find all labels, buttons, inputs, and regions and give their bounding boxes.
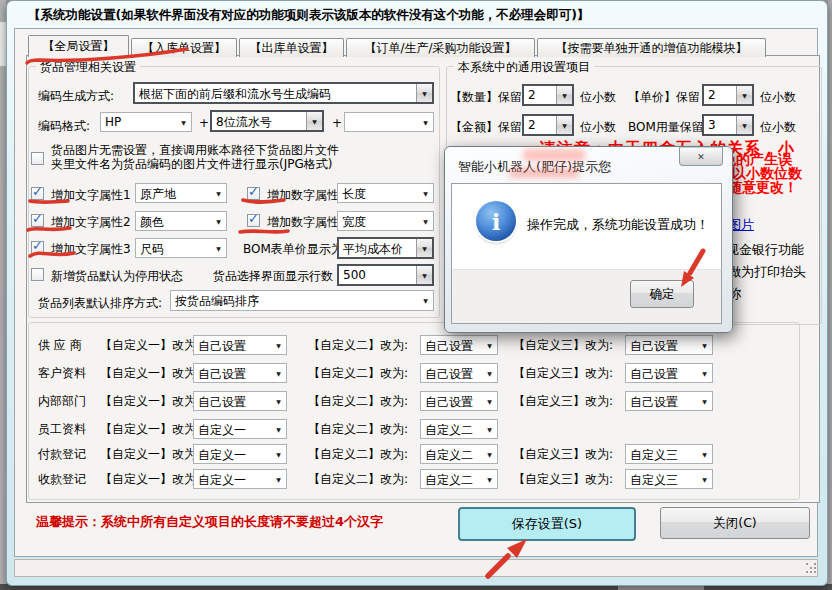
close-button[interactable]: 关闭(C)	[660, 507, 810, 539]
code-suffix-combobox[interactable]: ▼	[344, 112, 434, 132]
num-attr1-checkbox[interactable]: ✓	[247, 187, 260, 200]
custom3-combobox[interactable]: 自己设置▼	[625, 363, 713, 383]
sort-mode-value: 按货品编码排序	[171, 291, 418, 310]
dialog-close-icon[interactable]: ✕	[679, 147, 723, 166]
amount-decimals-combobox[interactable]: 2 ▼	[522, 114, 574, 136]
text-attr3-combobox[interactable]: 尺码 ▼	[135, 238, 227, 258]
text-attr2-checkbox[interactable]: ✓	[31, 214, 44, 227]
custom3-label: 【自定义三】改为:	[513, 393, 625, 410]
num-attr2-value: 宽度	[338, 212, 418, 230]
num-attr2-combobox[interactable]: 宽度 ▼	[337, 211, 434, 231]
chevron-down-icon: ▼	[271, 470, 286, 488]
chevron-down-icon: ▼	[271, 445, 286, 463]
background-window-fragment	[828, 0, 832, 590]
custom3-label: 【自定义三】改为:	[513, 337, 625, 354]
display-rows-label: 货品选择界面显示行数	[213, 268, 333, 285]
code-gen-combobox[interactable]: 根据下面的前后缀和流水号生成编码 ▼	[133, 82, 434, 104]
text-attr1-checkbox[interactable]: ✓	[31, 187, 44, 200]
code-serial-combobox[interactable]: 8位流水号 ▼	[210, 110, 324, 132]
num-attr1-value: 长度	[338, 184, 418, 202]
custom2-combobox[interactable]: 自己设置▼	[420, 335, 498, 355]
chevron-down-icon: ▼	[697, 336, 712, 354]
tab-value-added-modules[interactable]: 【按需要单独开通的增值功能模块】	[537, 38, 766, 57]
custom3-combobox[interactable]: 自己设置▼	[625, 335, 713, 355]
bom-usage-decimals-value: 3	[704, 116, 736, 134]
text-attr1-combobox[interactable]: 原产地 ▼	[135, 183, 227, 203]
custom1-combobox[interactable]: 自定义一▼	[193, 419, 287, 439]
custom1-combobox[interactable]: 自己设置▼	[193, 363, 287, 383]
custom3-value: 自己设置	[626, 364, 697, 382]
ok-button[interactable]: 确定	[630, 280, 694, 308]
num-attr1-label: 增加数字属性1	[267, 187, 347, 204]
custom2-combobox[interactable]: 自定义二▼	[420, 444, 498, 464]
custom3-combobox[interactable]: 自定义三▼	[625, 469, 713, 489]
num-attr1-combobox[interactable]: 长度 ▼	[337, 183, 434, 203]
custom2-label: 【自定义二】改为:	[308, 365, 420, 382]
chevron-down-icon: ▼	[482, 364, 497, 382]
window-title: 【系统功能设置(如果软件界面没有对应的功能项则表示该版本的软件没有这个功能，不必…	[28, 7, 589, 24]
status-bar	[14, 559, 818, 577]
entity-name: 供 应 商	[38, 337, 100, 354]
chevron-down-icon: ▼	[176, 113, 191, 131]
resize-grip-icon[interactable]	[806, 563, 818, 575]
chevron-down-icon: ▼	[211, 212, 226, 230]
custom2-value: 自定义二	[421, 445, 482, 463]
custom-field-row-payment: 付款登记 【自定义一】改为: 自定义一▼ 【自定义二】改为: 自定义二▼ 【自定…	[38, 444, 713, 464]
sort-mode-combobox[interactable]: 按货品编码排序 ▼	[170, 290, 434, 311]
use-path-images-checkbox[interactable]	[31, 152, 44, 165]
check-icon: ✓	[32, 184, 43, 199]
chevron-down-icon: ▼	[482, 336, 497, 354]
chevron-down-icon: ▼	[271, 420, 286, 438]
tab-outbound-settings[interactable]: 【出库单设置】	[239, 38, 344, 57]
code-gen-value: 根据下面的前后缀和流水号生成编码	[135, 84, 416, 102]
custom3-label: 【自定义三】改为:	[513, 446, 625, 463]
amount-decimals-label: 【金额】保留	[450, 119, 522, 136]
code-format-label: 编码格式:	[38, 118, 90, 135]
chevron-down-icon: ▼	[697, 392, 712, 410]
disable-new-goods-checkbox[interactable]	[31, 268, 44, 281]
chevron-down-icon: ▼	[482, 392, 497, 410]
text-attr1-value: 原产地	[136, 184, 211, 202]
custom3-label: 【自定义三】改为:	[513, 365, 625, 382]
num-attr2-checkbox[interactable]: ✓	[247, 214, 260, 227]
price-decimals-combobox[interactable]: 2 ▼	[702, 84, 754, 106]
custom2-combobox[interactable]: 自定义二▼	[420, 469, 498, 489]
custom1-label: 【自定义一】改为:	[100, 337, 193, 354]
tab-global-settings[interactable]: 【全局设置】	[28, 35, 129, 57]
chevron-down-icon: ▼	[418, 184, 433, 202]
custom1-combobox[interactable]: 自定义一▼	[193, 469, 287, 489]
chevron-down-icon: ▼	[418, 212, 433, 230]
text-attr2-combobox[interactable]: 颜色 ▼	[135, 211, 227, 231]
custom3-value: 自己设置	[626, 336, 697, 354]
custom1-combobox[interactable]: 自己设置▼	[193, 391, 287, 411]
chevron-down-icon: ▼	[697, 445, 712, 463]
code-prefix-combobox[interactable]: HP ▼	[100, 112, 192, 132]
entity-name: 收款登记	[38, 471, 100, 488]
save-settings-button[interactable]: 保存设置(S)	[458, 507, 636, 541]
display-rows-combobox[interactable]: 500 ▼	[337, 264, 434, 286]
check-icon: ✓	[248, 211, 259, 226]
custom1-combobox[interactable]: 自己设置▼	[193, 335, 287, 355]
custom2-combobox[interactable]: 自定义二▼	[420, 419, 498, 439]
custom3-combobox[interactable]: 自己设置▼	[625, 391, 713, 411]
print-header-option-fragment: 做为打印抬头	[728, 263, 806, 281]
custom1-combobox[interactable]: 自定义一▼	[193, 444, 287, 464]
bom-usage-decimals-combobox[interactable]: 3 ▼	[702, 114, 754, 136]
qty-decimals-combobox[interactable]: 2 ▼	[522, 84, 574, 106]
text-attr3-checkbox[interactable]: ✓	[31, 241, 44, 254]
custom1-value: 自己设置	[194, 364, 271, 382]
custom2-value: 自定义二	[421, 420, 482, 438]
custom1-label: 【自定义一】改为:	[100, 365, 193, 382]
custom2-combobox[interactable]: 自己设置▼	[420, 363, 498, 383]
custom1-value: 自定义一	[194, 445, 271, 463]
custom2-value: 自己设置	[421, 392, 482, 410]
custom3-combobox[interactable]: 自定义三▼	[625, 444, 713, 464]
custom3-label: 【自定义三】改为:	[513, 471, 625, 488]
chevron-down-icon: ▼	[736, 86, 752, 104]
chevron-down-icon: ▼	[306, 112, 322, 130]
tab-inbound-settings[interactable]: 【入库单设置】	[131, 38, 237, 57]
bom-price-combobox[interactable]: 平均成本价 ▼	[337, 237, 434, 259]
tab-order-production-purchase[interactable]: 【订单/生产/采购功能设置】	[346, 38, 535, 57]
text-attr2-label: 增加文字属性2	[51, 214, 131, 231]
custom2-combobox[interactable]: 自己设置▼	[420, 391, 498, 411]
